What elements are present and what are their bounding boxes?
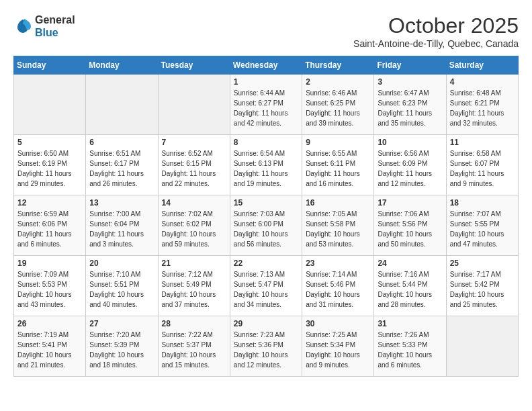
day-info: Sunrise: 7:19 AM Sunset: 5:41 PM Dayligh… xyxy=(17,330,82,370)
calendar-cell: 20Sunrise: 7:10 AM Sunset: 5:51 PM Dayli… xyxy=(86,256,158,316)
title-block: October 2025 Saint-Antoine-de-Tilly, Que… xyxy=(353,13,519,49)
logo-icon xyxy=(13,17,32,36)
day-info: Sunrise: 7:07 AM Sunset: 5:55 PM Dayligh… xyxy=(450,209,515,249)
calendar-week-row: 1Sunrise: 6:44 AM Sunset: 6:27 PM Daylig… xyxy=(14,75,519,135)
weekday-header: Wednesday xyxy=(230,56,302,75)
day-info: Sunrise: 6:56 AM Sunset: 6:09 PM Dayligh… xyxy=(378,148,442,189)
calendar-cell: 21Sunrise: 7:12 AM Sunset: 5:49 PM Dayli… xyxy=(158,256,230,316)
weekday-header: Tuesday xyxy=(158,56,230,75)
weekday-header: Friday xyxy=(374,56,446,75)
day-number: 25 xyxy=(450,259,515,268)
day-number: 17 xyxy=(378,198,442,208)
day-info: Sunrise: 6:44 AM Sunset: 6:27 PM Dayligh… xyxy=(234,88,298,128)
calendar-cell: 6Sunrise: 6:51 AM Sunset: 6:17 PM Daylig… xyxy=(86,135,158,195)
day-info: Sunrise: 7:03 AM Sunset: 6:00 PM Dayligh… xyxy=(234,209,298,249)
calendar-cell: 2Sunrise: 6:46 AM Sunset: 6:25 PM Daylig… xyxy=(302,75,374,135)
calendar-cell: 3Sunrise: 6:47 AM Sunset: 6:23 PM Daylig… xyxy=(374,75,446,135)
day-number: 21 xyxy=(162,259,226,268)
day-info: Sunrise: 6:59 AM Sunset: 6:06 PM Dayligh… xyxy=(17,209,82,249)
calendar-cell: 25Sunrise: 7:17 AM Sunset: 5:42 PM Dayli… xyxy=(446,256,518,316)
day-number: 29 xyxy=(234,319,298,328)
calendar-table: SundayMondayTuesdayWednesdayThursdayFrid… xyxy=(13,56,519,377)
day-info: Sunrise: 7:05 AM Sunset: 5:58 PM Dayligh… xyxy=(306,209,370,249)
calendar-week-row: 19Sunrise: 7:09 AM Sunset: 5:53 PM Dayli… xyxy=(14,256,519,316)
logo-text: General Blue xyxy=(35,13,75,39)
day-info: Sunrise: 7:00 AM Sunset: 6:04 PM Dayligh… xyxy=(89,209,154,249)
calendar-cell: 29Sunrise: 7:23 AM Sunset: 5:36 PM Dayli… xyxy=(230,316,302,377)
calendar-cell: 12Sunrise: 6:59 AM Sunset: 6:06 PM Dayli… xyxy=(14,195,86,256)
calendar-cell: 5Sunrise: 6:50 AM Sunset: 6:19 PM Daylig… xyxy=(14,135,86,195)
day-number: 14 xyxy=(162,198,226,208)
calendar-cell: 16Sunrise: 7:05 AM Sunset: 5:58 PM Dayli… xyxy=(302,195,374,256)
calendar-cell: 8Sunrise: 6:54 AM Sunset: 6:13 PM Daylig… xyxy=(230,135,302,195)
weekday-header: Sunday xyxy=(14,56,86,75)
page-header: General Blue October 2025 Saint-Antoine-… xyxy=(13,13,519,49)
day-number: 19 xyxy=(17,259,82,268)
day-info: Sunrise: 6:54 AM Sunset: 6:13 PM Dayligh… xyxy=(234,148,298,189)
calendar-cell: 27Sunrise: 7:20 AM Sunset: 5:39 PM Dayli… xyxy=(86,316,158,377)
day-info: Sunrise: 6:48 AM Sunset: 6:21 PM Dayligh… xyxy=(450,88,515,128)
calendar-week-row: 12Sunrise: 6:59 AM Sunset: 6:06 PM Dayli… xyxy=(14,195,519,256)
day-info: Sunrise: 7:17 AM Sunset: 5:42 PM Dayligh… xyxy=(450,269,515,310)
day-info: Sunrise: 7:09 AM Sunset: 5:53 PM Dayligh… xyxy=(17,269,82,310)
day-info: Sunrise: 6:51 AM Sunset: 6:17 PM Dayligh… xyxy=(89,148,154,189)
calendar-cell: 10Sunrise: 6:56 AM Sunset: 6:09 PM Dayli… xyxy=(374,135,446,195)
day-number: 26 xyxy=(17,319,82,328)
calendar-cell: 24Sunrise: 7:16 AM Sunset: 5:44 PM Dayli… xyxy=(374,256,446,316)
day-number: 30 xyxy=(306,319,370,328)
day-info: Sunrise: 7:23 AM Sunset: 5:36 PM Dayligh… xyxy=(234,330,298,370)
calendar-cell: 18Sunrise: 7:07 AM Sunset: 5:55 PM Dayli… xyxy=(446,195,518,256)
calendar-cell xyxy=(86,75,158,135)
calendar-cell: 23Sunrise: 7:14 AM Sunset: 5:46 PM Dayli… xyxy=(302,256,374,316)
day-number: 28 xyxy=(162,319,226,328)
day-number: 12 xyxy=(17,198,82,208)
day-number: 9 xyxy=(306,138,370,147)
calendar-cell: 31Sunrise: 7:26 AM Sunset: 5:33 PM Dayli… xyxy=(374,316,446,377)
day-info: Sunrise: 7:26 AM Sunset: 5:33 PM Dayligh… xyxy=(378,330,442,370)
day-number: 3 xyxy=(378,77,442,87)
day-info: Sunrise: 6:55 AM Sunset: 6:11 PM Dayligh… xyxy=(306,148,370,189)
calendar-cell: 19Sunrise: 7:09 AM Sunset: 5:53 PM Dayli… xyxy=(14,256,86,316)
weekday-header: Monday xyxy=(86,56,158,75)
calendar-cell: 14Sunrise: 7:02 AM Sunset: 6:02 PM Dayli… xyxy=(158,195,230,256)
day-info: Sunrise: 6:58 AM Sunset: 6:07 PM Dayligh… xyxy=(450,148,515,189)
day-number: 7 xyxy=(162,138,226,147)
day-number: 1 xyxy=(234,77,298,87)
calendar-cell: 22Sunrise: 7:13 AM Sunset: 5:47 PM Dayli… xyxy=(230,256,302,316)
day-info: Sunrise: 7:10 AM Sunset: 5:51 PM Dayligh… xyxy=(89,269,154,310)
day-number: 15 xyxy=(234,198,298,208)
day-number: 5 xyxy=(17,138,82,147)
day-info: Sunrise: 6:47 AM Sunset: 6:23 PM Dayligh… xyxy=(378,88,442,128)
month-title: October 2025 xyxy=(353,13,519,38)
calendar-cell: 26Sunrise: 7:19 AM Sunset: 5:41 PM Dayli… xyxy=(14,316,86,377)
calendar-cell: 9Sunrise: 6:55 AM Sunset: 6:11 PM Daylig… xyxy=(302,135,374,195)
day-number: 4 xyxy=(450,77,515,87)
calendar-cell xyxy=(14,75,86,135)
weekday-header: Saturday xyxy=(446,56,518,75)
calendar-week-row: 26Sunrise: 7:19 AM Sunset: 5:41 PM Dayli… xyxy=(14,316,519,377)
day-number: 16 xyxy=(306,198,370,208)
day-info: Sunrise: 7:16 AM Sunset: 5:44 PM Dayligh… xyxy=(378,269,442,310)
day-info: Sunrise: 6:52 AM Sunset: 6:15 PM Dayligh… xyxy=(162,148,226,189)
day-number: 11 xyxy=(450,138,515,147)
day-number: 20 xyxy=(89,259,154,268)
day-info: Sunrise: 7:02 AM Sunset: 6:02 PM Dayligh… xyxy=(162,209,226,249)
day-number: 18 xyxy=(450,198,515,208)
calendar-cell: 1Sunrise: 6:44 AM Sunset: 6:27 PM Daylig… xyxy=(230,75,302,135)
day-number: 31 xyxy=(378,319,442,328)
day-number: 24 xyxy=(378,259,442,268)
day-number: 23 xyxy=(306,259,370,268)
day-info: Sunrise: 7:06 AM Sunset: 5:56 PM Dayligh… xyxy=(378,209,442,249)
weekday-header: Thursday xyxy=(302,56,374,75)
day-info: Sunrise: 7:14 AM Sunset: 5:46 PM Dayligh… xyxy=(306,269,370,310)
calendar-cell: 30Sunrise: 7:25 AM Sunset: 5:34 PM Dayli… xyxy=(302,316,374,377)
calendar-cell xyxy=(446,316,518,377)
day-number: 6 xyxy=(89,138,154,147)
day-info: Sunrise: 7:25 AM Sunset: 5:34 PM Dayligh… xyxy=(306,330,370,370)
day-number: 10 xyxy=(378,138,442,147)
day-info: Sunrise: 6:50 AM Sunset: 6:19 PM Dayligh… xyxy=(17,148,82,189)
calendar-cell: 7Sunrise: 6:52 AM Sunset: 6:15 PM Daylig… xyxy=(158,135,230,195)
day-info: Sunrise: 7:20 AM Sunset: 5:39 PM Dayligh… xyxy=(89,330,154,370)
day-number: 2 xyxy=(306,77,370,87)
calendar-cell: 13Sunrise: 7:00 AM Sunset: 6:04 PM Dayli… xyxy=(86,195,158,256)
